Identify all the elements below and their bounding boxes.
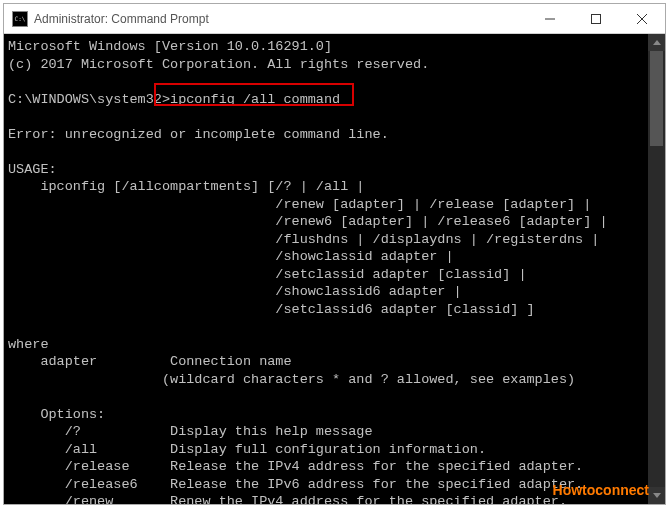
vertical-scrollbar[interactable] [648,34,665,504]
scroll-up-button[interactable] [648,34,665,51]
svg-rect-1 [592,14,601,23]
window: Administrator: Command Prompt Microsoft … [3,3,666,505]
where-header: where [8,337,49,352]
terminal[interactable]: Microsoft Windows [Version 10.0.16291.0]… [4,34,648,504]
usage-line: /flushdns | /displaydns | /registerdns | [8,232,599,247]
close-button[interactable] [619,4,665,33]
typed-command: ipconfig /all command [170,92,340,107]
error-line: Error: unrecognized or incomplete comman… [8,127,389,142]
adapter-line: (wildcard characters * and ? allowed, se… [8,372,575,387]
option-line: /release Release the IPv4 address for th… [8,459,583,474]
option-line: /release6 Release the IPv6 address for t… [8,477,583,492]
option-line: /? Display this help message [8,424,373,439]
usage-line: /renew6 [adapter] | /release6 [adapter] … [8,214,608,229]
usage-line: ipconfig [/allcompartments] [/? | /all | [8,179,364,194]
minimize-button[interactable] [527,4,573,33]
scroll-thumb[interactable] [650,51,663,146]
usage-line: /showclassid adapter | [8,249,454,264]
usage-line: /setclassid6 adapter [classid] ] [8,302,535,317]
line-version: Microsoft Windows [Version 10.0.16291.0] [8,39,332,54]
cmd-icon [12,11,28,27]
option-line: /renew Renew the IPv4 address for the sp… [8,494,567,504]
usage-line: /setclassid adapter [classid] | [8,267,526,282]
usage-line: /showclassid6 adapter | [8,284,462,299]
usage-header: USAGE: [8,162,57,177]
adapter-line: adapter Connection name [8,354,292,369]
prompt: C:\WINDOWS\system32> [8,92,170,107]
maximize-button[interactable] [573,4,619,33]
terminal-area: Microsoft Windows [Version 10.0.16291.0]… [4,34,665,504]
usage-line: /renew [adapter] | /release [adapter] | [8,197,591,212]
window-title: Administrator: Command Prompt [34,12,209,26]
options-header: Options: [8,407,105,422]
titlebar[interactable]: Administrator: Command Prompt [4,4,665,34]
window-controls [527,4,665,33]
scroll-down-button[interactable] [648,487,665,504]
option-line: /all Display full configuration informat… [8,442,486,457]
line-copyright: (c) 2017 Microsoft Corporation. All righ… [8,57,429,72]
